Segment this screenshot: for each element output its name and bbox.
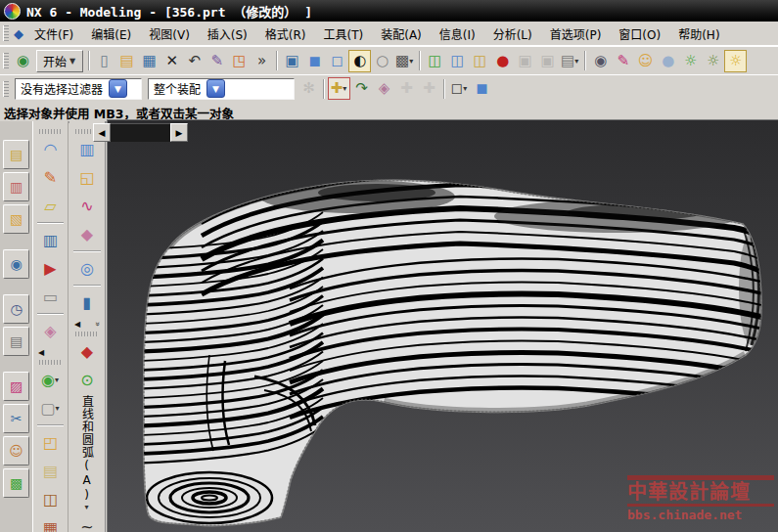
rollback-icon[interactable]: ↷ — [350, 77, 373, 100]
flange-icon[interactable]: ▶ — [37, 255, 65, 282]
face-analysis-icon[interactable]: ◐ — [348, 50, 371, 72]
history-icon[interactable]: ◷ — [3, 294, 29, 324]
bead-icon[interactable]: ▭ — [37, 284, 65, 310]
scroll-left-icon[interactable]: ◀ — [38, 348, 44, 357]
assembly-navigator-icon[interactable]: ▤ — [3, 140, 29, 169]
pocket-icon[interactable]: ◫ — [37, 486, 65, 512]
start-button[interactable]: 开始 ▼ — [36, 50, 83, 72]
bend-table-icon[interactable]: ▥ — [37, 227, 65, 253]
boolean-icon[interactable]: ◉▾ — [37, 367, 65, 393]
wrap-geometry-icon[interactable]: ◱ — [73, 164, 101, 191]
snapshot-icon[interactable]: ◉ — [589, 50, 612, 72]
pad-icon[interactable]: ▤ — [37, 458, 65, 484]
sew-icon[interactable]: ◆ — [73, 221, 101, 247]
materials-icon[interactable]: ● — [657, 50, 679, 72]
fit-view-icon[interactable]: ▣ — [281, 50, 303, 72]
menu-item-9[interactable]: 首选项(P) — [541, 22, 611, 45]
overflow-chevrons-icon[interactable]: » — [251, 50, 273, 72]
scroll-left-button[interactable]: ◀ — [93, 123, 111, 142]
ribbon-surface-icon[interactable]: ∿ — [73, 193, 101, 219]
gallery-icon[interactable]: ▩ — [3, 468, 29, 498]
line-arc-button[interactable]: 直线和圆弧(A)▾ — [69, 395, 105, 511]
shaded-edges-view-icon[interactable]: ◻ — [326, 50, 348, 72]
scroll-right-button[interactable]: ▶ — [170, 123, 188, 142]
menubar-drag-handle[interactable] — [3, 25, 9, 41]
chevron-down-icon[interactable]: ▼ — [109, 79, 127, 98]
menu-item-1[interactable]: 编辑(E) — [82, 22, 140, 45]
section-visibility-icon[interactable]: ◫ — [469, 50, 491, 72]
thicken-icon[interactable]: ◎ — [73, 255, 101, 282]
datum-csys-icon[interactable]: ◆ — [73, 338, 101, 365]
blank-face-icon[interactable]: ▢▾ — [37, 395, 65, 421]
marquee-select-icon[interactable]: ◻▾ — [448, 77, 471, 100]
view-rotate-icon[interactable]: ✎ — [206, 50, 228, 72]
snap-point-icon[interactable]: ✚▾ — [328, 77, 350, 100]
save-icon[interactable]: ▦ — [138, 50, 160, 72]
wireframe-view-icon[interactable]: ○ — [371, 50, 393, 72]
sheet-body-icon[interactable]: ▱ — [37, 193, 65, 219]
render-style-icon[interactable]: ▩▾ — [393, 50, 416, 72]
graphics-viewport[interactable]: 中華設計論壇 bbs.chinade.net — [107, 119, 778, 532]
selection-scope-combo[interactable]: 整个装配 ▼ — [148, 78, 295, 100]
menu-item-0[interactable]: 文件(F) — [25, 22, 82, 45]
reorient-icon: ✚ — [395, 77, 418, 100]
toolbar-scroll-widget: ◀ ▶ — [93, 123, 188, 142]
delete-icon[interactable]: ✕ — [160, 50, 183, 72]
visual-effects-icon[interactable]: ✎ — [612, 50, 634, 72]
studio-spline-icon[interactable]: ~ — [73, 513, 101, 532]
part-navigator-icon[interactable]: ▧ — [3, 204, 29, 234]
tools-icon[interactable]: ✂ — [3, 404, 29, 433]
people-icon[interactable]: ☺ — [3, 436, 29, 466]
menu-item-8[interactable]: 分析(L) — [484, 22, 541, 45]
chevron-down-icon[interactable]: ▼ — [206, 79, 225, 98]
scroll-down-icon[interactable]: » — [93, 322, 102, 327]
constraint-navigator-icon[interactable]: ▥ — [3, 172, 29, 201]
tube-icon[interactable]: ▮ — [73, 289, 101, 316]
menu-item-4[interactable]: 格式(R) — [256, 22, 315, 45]
freeform-surface-icon[interactable]: ◈ — [37, 318, 65, 344]
open-box-icon[interactable]: ◼ — [471, 77, 493, 100]
undo-icon-glyph: ↶ — [188, 54, 201, 68]
toolbar-scroll-arrows[interactable]: ◀ — [33, 346, 68, 358]
scroll-left-icon[interactable]: ◀ — [74, 320, 80, 329]
undo-icon[interactable]: ↶ — [183, 50, 206, 72]
point-on-line-icon[interactable]: ⊙ — [73, 367, 101, 393]
menu-item-2[interactable]: 视图(V) — [140, 22, 199, 45]
toolbar-scroll-arrows[interactable]: ◀» — [69, 318, 105, 330]
swept-icon[interactable]: ◠ — [37, 136, 65, 162]
eraser-icon[interactable]: ◈ — [373, 77, 395, 100]
toolbar2-drag-handle[interactable] — [3, 81, 9, 97]
new-file-icon[interactable]: ▯ — [93, 50, 115, 72]
zebra-analysis-model[interactable] — [108, 120, 778, 532]
open-folder-icon[interactable]: ▤ — [115, 50, 138, 72]
extrude-icon[interactable]: ◰ — [37, 429, 65, 456]
menu-item-3[interactable]: 插入(S) — [199, 22, 256, 45]
menu-item-7[interactable]: 信息(I) — [431, 22, 484, 45]
edit-section-icon[interactable]: ◫ — [446, 50, 469, 72]
palette-icon[interactable]: ▨ — [3, 372, 29, 401]
export-movie-icon[interactable]: ▤▾ — [559, 50, 581, 72]
sketch-icon[interactable]: ✎ — [37, 164, 65, 191]
roles-icon[interactable]: ◉ — [3, 249, 29, 279]
toolbar-drag-handle[interactable] — [39, 129, 62, 134]
menu-item-10[interactable]: 窗口(O) — [610, 22, 669, 45]
light-list-icon[interactable]: ☼ — [702, 50, 724, 72]
shaded-view-icon[interactable]: ◼ — [303, 50, 326, 72]
toolbar-drag-handle[interactable] — [39, 360, 62, 365]
notebook-icon[interactable]: ▤ — [3, 327, 29, 356]
true-shading-icon[interactable]: ☺ — [634, 50, 657, 72]
selection-filter-combo[interactable]: 没有选择过滤器 ▼ — [15, 78, 142, 100]
record-movie-icon[interactable]: ● — [491, 50, 514, 72]
menu-item-11[interactable]: 帮助(H) — [669, 22, 728, 45]
scroll-track[interactable] — [111, 123, 170, 142]
menu-item-6[interactable]: 装配(A) — [372, 22, 431, 45]
toolbar-drag-handle[interactable] — [75, 332, 99, 336]
chevron-down-icon: ▾ — [56, 404, 60, 413]
rib-cage-icon[interactable]: ▦ — [37, 514, 65, 532]
menu-item-5[interactable]: 工具(T) — [315, 22, 373, 45]
new-section-icon[interactable]: ◫ — [424, 50, 446, 72]
bulb-icon[interactable]: ☼ — [724, 50, 747, 72]
spotlight-icon[interactable]: ☼ — [679, 50, 702, 72]
reposition-icon[interactable]: ◳ — [228, 50, 251, 72]
toolbar1-drag-handle[interactable] — [3, 53, 9, 68]
